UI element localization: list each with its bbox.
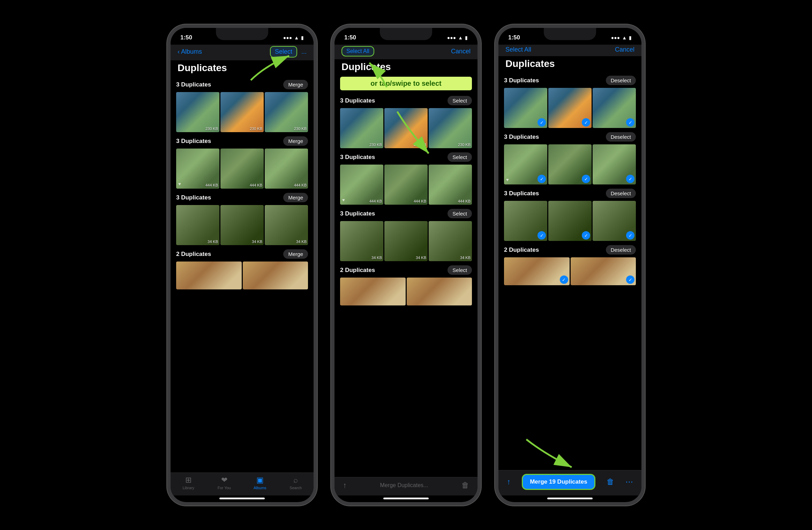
trash-icon-2[interactable]: 🗑 (461, 481, 469, 490)
photo-cell[interactable]: 34 KB (429, 221, 472, 261)
select-btn-2-3[interactable]: Select (448, 209, 472, 218)
photo-cell[interactable]: ✓ (548, 144, 592, 184)
share-icon-2[interactable]: ↑ (343, 481, 347, 490)
photo-cell[interactable]: ♥ 444 KB (176, 149, 219, 189)
page-title-3: Duplicates (498, 56, 641, 72)
trash-icon-3[interactable]: 🗑 (607, 477, 614, 486)
nav-bar-3: Select All Cancel (498, 45, 641, 56)
tab-search-label-1: Search (290, 486, 302, 490)
dup-header-2-4: 2 Duplicates Select (340, 262, 472, 278)
photo-grid-2-3: 34 KB 34 KB 34 KB (340, 221, 472, 261)
photo-cell[interactable]: 34 KB (220, 205, 264, 245)
photo-cell[interactable]: 34 KB (340, 221, 383, 261)
deselect-btn-3-3[interactable]: Deselect (606, 189, 636, 198)
photo-grid-1-3: 34 KB 34 KB 34 KB (176, 205, 308, 245)
photo-cell[interactable]: 34 KB (176, 205, 219, 245)
photo-cell[interactable]: ✓ (548, 201, 592, 241)
back-button-1[interactable]: ‹ Albums (178, 48, 202, 55)
dup-label-2-1: 3 Duplicates (340, 97, 375, 104)
deselect-btn-3-2[interactable]: Deselect (606, 132, 636, 142)
dup-group-3-2: 3 Duplicates Deselect ♥ ✓ ✓ ✓ (498, 129, 641, 184)
scroll-content-1: 3 Duplicates Merge 230 KB 230 KB 230 KB (171, 76, 314, 472)
select-btn-2-2[interactable]: Select (448, 152, 472, 162)
photo-cell[interactable]: 230 KB (265, 92, 308, 132)
status-icons-1: ●●● ▲ ▮ (283, 35, 304, 40)
albums-icon-1: ▣ (256, 476, 264, 485)
photo-size: 34 KB (371, 256, 382, 260)
photo-cell[interactable]: 230 KB (176, 92, 219, 132)
deselect-btn-3-4[interactable]: Deselect (606, 245, 636, 255)
photo-cell[interactable]: ♥ 444 KB (340, 165, 383, 205)
bottom-bar-3: ↑ Merge 19 Duplicates 🗑 ⋯ (498, 470, 641, 495)
nav-actions-1: Select ... (270, 46, 307, 58)
back-chevron-1: ‹ (178, 48, 180, 55)
photo-cell[interactable]: ✓ (548, 88, 592, 128)
photo-cell[interactable] (243, 262, 308, 289)
photo-cell[interactable]: ✓ (593, 144, 636, 184)
merge-btn-1-1[interactable]: Merge (283, 80, 308, 89)
photo-size: 230 KB (369, 143, 382, 147)
select-all-button-3[interactable]: Select All (505, 46, 531, 53)
phone-2-frame: 1:50 ●●● ▲ ▮ Select All Cancel Duplicate… (331, 24, 481, 506)
photo-cell[interactable]: 444 KB (429, 165, 472, 205)
tab-albums-1[interactable]: ▣ Albums (246, 476, 274, 490)
photo-cell[interactable]: 444 KB (384, 165, 428, 205)
photo-grid-3-2: ♥ ✓ ✓ ✓ (504, 144, 636, 184)
photo-cell[interactable]: ✓ (504, 257, 570, 285)
photo-cell[interactable]: ♥ ✓ (504, 144, 547, 184)
more-button-1[interactable]: ... (301, 48, 307, 55)
select-btn-2-4[interactable]: Select (448, 265, 472, 275)
photo-cell[interactable]: ✓ (571, 257, 636, 285)
dup-label-2-3: 3 Duplicates (340, 210, 375, 217)
photo-cell[interactable]: ✓ (593, 88, 636, 128)
dup-label-2-4: 2 Duplicates (340, 267, 375, 274)
select-button-1[interactable]: Select (270, 46, 297, 58)
check-icon: ✓ (626, 175, 634, 183)
photo-size: 444 KB (294, 183, 307, 187)
phone-2-screen: 1:50 ●●● ▲ ▮ Select All Cancel Duplicate… (334, 28, 478, 502)
dup-group-2-2: 3 Duplicates Select ♥ 444 KB 444 KB 444 … (334, 149, 478, 205)
photo-cell[interactable]: 444 KB (220, 149, 264, 189)
photo-cell[interactable]: 34 KB (384, 221, 428, 261)
wifi-icon-1: ▲ (294, 35, 299, 40)
photo-cell[interactable]: ✓ (593, 201, 636, 241)
dup-header-2-3: 3 Duplicates Select (340, 205, 472, 221)
photo-cell[interactable] (176, 262, 242, 289)
photo-cell[interactable]: 230 KB (220, 92, 264, 132)
merge-19-button[interactable]: Merge 19 Duplicates (522, 474, 595, 490)
cancel-button-2[interactable]: Cancel (451, 48, 471, 55)
photo-cell[interactable] (407, 278, 472, 305)
share-icon-3[interactable]: ↑ (507, 477, 511, 486)
photo-cell[interactable]: ✓ (504, 201, 547, 241)
select-btn-2-1[interactable]: Select (448, 96, 472, 105)
tab-search-1[interactable]: ⌕ Search (282, 476, 310, 490)
battery-icon-3: ▮ (629, 35, 632, 40)
tab-foryou-1[interactable]: ❤ For You (210, 476, 238, 490)
photo-grid-3-1: ✓ ✓ ✓ (504, 88, 636, 128)
photo-cell[interactable] (340, 278, 406, 305)
photo-size: 230 KB (250, 127, 262, 131)
dup-label-3-2: 3 Duplicates (504, 134, 539, 141)
photo-cell[interactable]: 444 KB (265, 149, 308, 189)
tapswipe-annotation: or tap/swipe to select (340, 77, 472, 90)
photo-cell[interactable]: 230 KB (429, 108, 472, 148)
dup-group-1-1: 3 Duplicates Merge 230 KB 230 KB 230 KB (171, 76, 314, 132)
select-all-button-2[interactable]: Select All (341, 46, 374, 56)
library-icon-1: ⊞ (185, 476, 191, 485)
dup-group-2-1: 3 Duplicates Select 230 KB 230 KB 230 KB (334, 92, 478, 148)
photo-cell[interactable]: ✓ (504, 88, 547, 128)
photo-cell[interactable]: 34 KB (265, 205, 308, 245)
check-icon: ✓ (537, 118, 546, 127)
scroll-content-2: 3 Duplicates Select 230 KB 230 KB 230 KB (334, 92, 478, 477)
cancel-button-3[interactable]: Cancel (615, 46, 634, 53)
tab-library-1[interactable]: ⊞ Library (174, 476, 202, 490)
photo-cell[interactable]: 230 KB (384, 108, 428, 148)
more-icon-3[interactable]: ⋯ (625, 477, 633, 486)
merge-btn-1-4[interactable]: Merge (283, 249, 308, 259)
merge-btn-1-3[interactable]: Merge (283, 193, 308, 202)
phone-2-notch (380, 28, 432, 40)
photo-cell[interactable]: 230 KB (340, 108, 383, 148)
dup-label-3-3: 3 Duplicates (504, 190, 539, 197)
deselect-btn-3-1[interactable]: Deselect (606, 76, 636, 85)
merge-btn-1-2[interactable]: Merge (283, 136, 308, 146)
